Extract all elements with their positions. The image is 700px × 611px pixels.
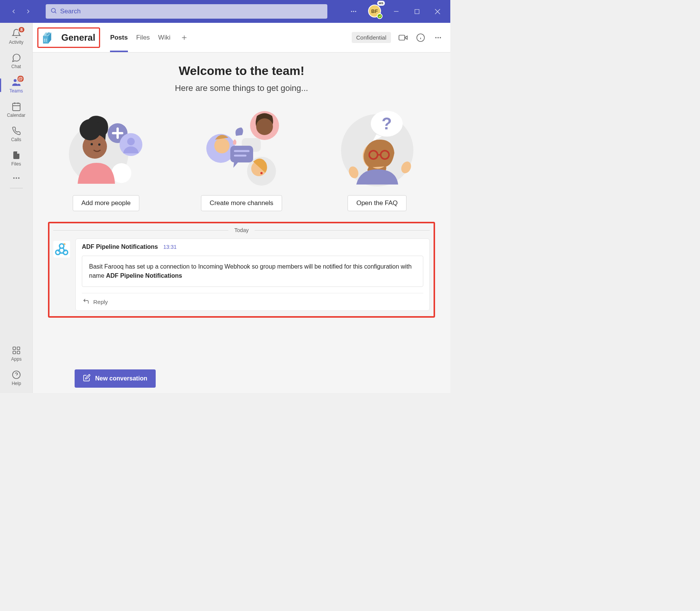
add-tab-button[interactable]	[179, 32, 190, 43]
svg-point-37	[435, 37, 437, 38]
svg-text:?: ?	[381, 114, 392, 133]
message-body[interactable]: ADF Pipeline Notifications 13:31 Basit F…	[75, 239, 430, 311]
rail-more[interactable]	[0, 170, 33, 186]
svg-point-54	[214, 138, 230, 153]
activity-badge: 8	[18, 26, 25, 33]
illustration-add-people	[64, 105, 148, 188]
titlebar: MS BF	[0, 0, 450, 23]
svg-rect-20	[13, 351, 16, 354]
rail-label: Calendar	[7, 113, 26, 118]
svg-point-45	[127, 138, 135, 145]
svg-rect-11	[13, 103, 20, 111]
more-options-icon[interactable]	[433, 32, 443, 43]
reply-button[interactable]: Reply	[82, 293, 423, 310]
rail-help[interactable]: Help	[0, 366, 33, 390]
svg-line-1	[55, 12, 56, 13]
svg-point-4	[355, 11, 356, 12]
rail-calls[interactable]: Calls	[0, 122, 33, 146]
rail-apps[interactable]: Apps	[0, 341, 33, 366]
app-rail: 8 Activity Chat @ Teams Calendar	[0, 23, 33, 393]
reply-label: Reply	[93, 299, 108, 305]
forward-button[interactable]	[22, 5, 34, 18]
svg-point-39	[440, 37, 441, 38]
add-people-button[interactable]: Add more people	[73, 195, 139, 211]
svg-point-57	[260, 172, 263, 174]
chat-icon	[11, 53, 21, 63]
search-box[interactable]	[46, 4, 327, 19]
titlebar-right: MS BF	[348, 5, 446, 18]
svg-point-17	[18, 177, 19, 179]
svg-point-50	[80, 119, 101, 140]
rail-label: Apps	[11, 356, 21, 362]
search-container	[46, 4, 327, 19]
sensitivity-label[interactable]: Confidential	[352, 32, 391, 43]
history-nav	[4, 5, 38, 18]
rail-label: Files	[11, 161, 21, 167]
illustration-faq: ?	[335, 105, 419, 188]
minimize-button[interactable]	[390, 5, 402, 18]
reply-icon	[83, 298, 89, 306]
user-avatar[interactable]: MS BF	[368, 5, 382, 18]
svg-point-3	[353, 11, 354, 12]
svg-point-73	[56, 250, 60, 255]
welcome-cards: Add more people	[48, 105, 435, 211]
svg-point-52	[256, 118, 273, 135]
rail-files[interactable]: Files	[0, 146, 33, 170]
svg-point-16	[16, 177, 17, 179]
channel-tabs: Posts Files Wiki	[110, 23, 189, 52]
rail-chat[interactable]: Chat	[0, 49, 33, 73]
rail-separator	[10, 188, 23, 188]
back-button[interactable]	[8, 5, 20, 18]
create-channels-button[interactable]: Create more channels	[201, 195, 282, 211]
svg-rect-19	[17, 347, 20, 350]
welcome-title: Welcome to the team!	[48, 64, 435, 78]
header-actions: Confidential	[352, 32, 443, 43]
help-icon	[11, 370, 21, 380]
date-label: Today	[234, 227, 249, 233]
info-icon[interactable]	[415, 32, 426, 43]
rail-label: Activity	[9, 40, 23, 45]
tab-posts[interactable]: Posts	[110, 23, 128, 52]
new-conversation-button[interactable]: New conversation	[75, 369, 156, 388]
close-button[interactable]	[431, 5, 443, 18]
meet-icon[interactable]	[398, 32, 408, 43]
svg-point-9	[13, 79, 16, 82]
rail-label: Calls	[11, 137, 21, 142]
bell-icon: 8	[11, 29, 21, 38]
message-sender: ADF Pipeline Notifications	[82, 243, 158, 250]
svg-rect-18	[13, 347, 16, 350]
rail-label: Help	[12, 381, 21, 386]
content-area: General Posts Files Wiki Confidential	[33, 23, 450, 393]
apps-icon	[11, 345, 21, 355]
posts-body[interactable]: Welcome to the team! Here are some thing…	[33, 53, 450, 366]
team-logo-icon	[41, 30, 56, 45]
channel-header: General Posts Files Wiki Confidential	[33, 23, 450, 53]
message-card: Basit Farooq has set up a connection to …	[82, 256, 423, 287]
rail-teams[interactable]: @ Teams	[0, 73, 33, 97]
svg-point-49	[91, 143, 93, 145]
org-badge: MS	[377, 1, 385, 6]
svg-point-38	[437, 37, 438, 38]
compose-area: New conversation	[33, 366, 450, 393]
search-input[interactable]	[60, 8, 323, 15]
rail-activity[interactable]: 8 Activity	[0, 24, 33, 49]
more-icon[interactable]	[348, 5, 360, 18]
svg-point-22	[13, 371, 20, 379]
ellipsis-icon	[11, 173, 21, 183]
card-open-faq: ? Open the FAQ	[328, 105, 427, 211]
rail-calendar[interactable]: Calendar	[0, 97, 33, 122]
welcome-block: Welcome to the team! Here are some thing…	[48, 64, 435, 93]
date-separator: Today	[53, 227, 430, 233]
channel-title-annotation: General	[37, 27, 100, 48]
channel-name: General	[61, 32, 95, 43]
svg-marker-33	[405, 36, 407, 39]
maximize-button[interactable]	[411, 5, 423, 18]
presence-available-icon	[377, 13, 383, 19]
tab-files[interactable]: Files	[136, 23, 150, 52]
open-faq-button[interactable]: Open the FAQ	[348, 195, 407, 211]
teams-icon: @	[11, 77, 21, 87]
tab-wiki[interactable]: Wiki	[158, 23, 171, 52]
file-icon	[11, 150, 21, 160]
message-time: 13:31	[163, 244, 177, 250]
svg-point-58	[237, 128, 242, 133]
